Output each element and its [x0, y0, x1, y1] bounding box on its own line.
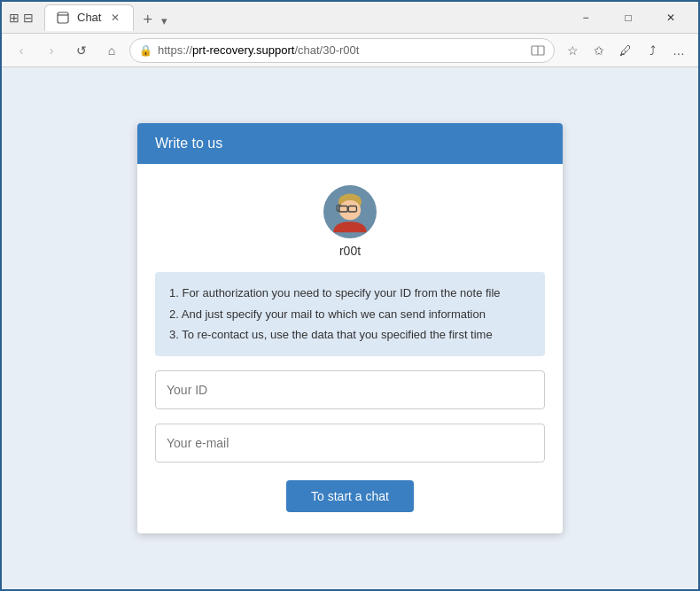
tab-dropdown-button[interactable]: ▾ [158, 11, 171, 31]
forward-button[interactable]: › [39, 38, 64, 63]
avatar-section: r00t [323, 185, 377, 258]
info-box: 1. For authorization you need to specify… [155, 272, 545, 355]
close-button[interactable]: ✕ [650, 5, 691, 30]
tab-controls: ⊞ ⊟ [9, 11, 37, 25]
card-body: r00t 1. For authorization you need to sp… [137, 164, 563, 533]
back-button[interactable]: ‹ [9, 38, 34, 63]
tab-title: Chat [77, 11, 101, 24]
favorites-icon[interactable]: ☆ [560, 38, 585, 63]
window-controls: − □ ✕ [565, 5, 691, 30]
share-icon[interactable]: ⤴ [640, 38, 665, 63]
page-content: 🔍 PRT Write to us [2, 67, 698, 589]
chat-card: Write to us [137, 123, 563, 533]
split-view-icon [531, 43, 545, 58]
home-button[interactable]: ⌂ [99, 38, 124, 63]
email-input[interactable] [155, 424, 545, 463]
tab-bar: Chat ✕ + ▾ [44, 4, 558, 31]
refresh-button[interactable]: ↺ [69, 38, 94, 63]
tab-list-icon[interactable]: ⊟ [23, 11, 34, 25]
svg-rect-0 [58, 12, 68, 23]
maximize-button[interactable]: □ [608, 5, 649, 30]
collections-icon[interactable]: ✩ [587, 38, 611, 63]
start-chat-button[interactable]: To start a chat [286, 480, 414, 512]
avatar-image [325, 187, 375, 237]
title-bar: ⊞ ⊟ Chat ✕ + ▾ − □ ✕ [2, 2, 698, 34]
minimize-button[interactable]: − [565, 5, 606, 30]
new-tab-button[interactable]: + [137, 9, 158, 31]
card-header-title: Write to us [155, 136, 222, 151]
username: r00t [339, 244, 361, 258]
id-input[interactable] [155, 370, 545, 409]
address-bar: ‹ › ↺ ⌂ 🔒 https://prt-recovery.support/c… [2, 34, 698, 67]
settings-menu-icon[interactable]: … [666, 38, 691, 63]
info-line-3: 3. To re-contact us, use the data that y… [169, 324, 531, 345]
tab-favicon [56, 11, 70, 25]
card-header: Write to us [137, 123, 563, 164]
sign-in-icon[interactable]: 🖊 [613, 38, 638, 63]
svg-point-9 [339, 200, 361, 220]
active-tab[interactable]: Chat ✕ [44, 4, 134, 31]
lock-icon: 🔒 [139, 44, 152, 57]
avatar [323, 185, 377, 238]
url-bar[interactable]: 🔒 https://prt-recovery.support/chat/30-r… [129, 38, 555, 63]
browser-window: ⊞ ⊟ Chat ✕ + ▾ − □ ✕ ‹ › ↺ ⌂ 🔒 [0, 0, 700, 591]
info-line-2: 2. And just specify your mail to which w… [169, 304, 531, 324]
tab-close-button[interactable]: ✕ [108, 11, 122, 25]
url-text: https://prt-recovery.support/chat/30-r00… [158, 43, 525, 57]
tab-prev-icon[interactable]: ⊞ [9, 11, 19, 25]
address-bar-actions: ☆ ✩ 🖊 ⤴ … [560, 38, 691, 63]
info-line-1: 1. For authorization you need to specify… [169, 283, 531, 303]
